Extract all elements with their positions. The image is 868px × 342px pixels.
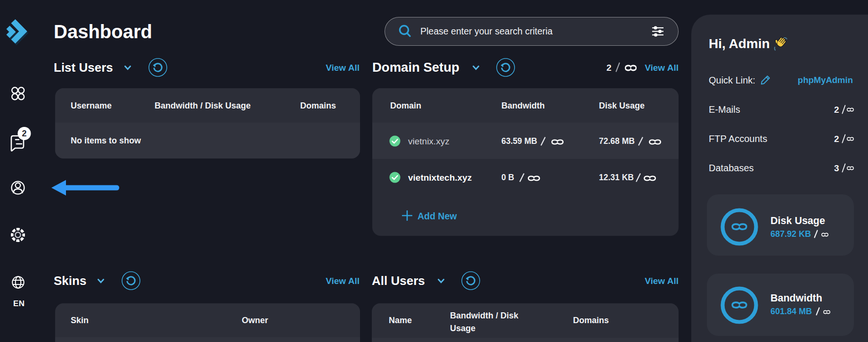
svg-text:2: 2	[22, 129, 26, 138]
